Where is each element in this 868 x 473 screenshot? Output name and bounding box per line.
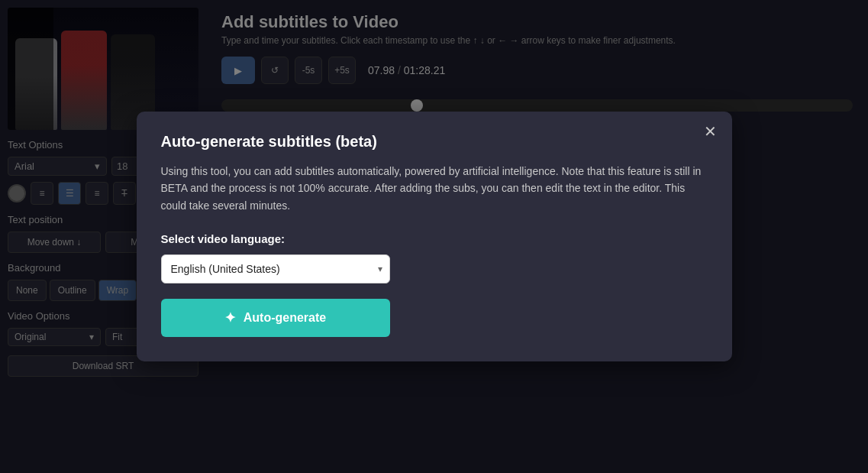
modal-dialog: Auto-generate subtitles (beta) ✕ Using t…	[137, 112, 732, 361]
language-select-wrapper: English (United States) English (United …	[161, 254, 390, 283]
modal-description: Using this tool, you can add subtitles a…	[161, 163, 708, 214]
autogenerate-label: Auto-generate	[244, 311, 326, 325]
modal-close-button[interactable]: ✕	[704, 124, 717, 139]
language-select[interactable]: English (United States) English (United …	[161, 254, 390, 283]
language-label: Select video language:	[161, 232, 708, 245]
modal-title: Auto-generate subtitles (beta)	[161, 133, 708, 151]
modal-overlay[interactable]: Auto-generate subtitles (beta) ✕ Using t…	[0, 0, 868, 473]
autogenerate-button[interactable]: ✦ Auto-generate	[161, 299, 390, 337]
wand-icon: ✦	[224, 309, 236, 326]
